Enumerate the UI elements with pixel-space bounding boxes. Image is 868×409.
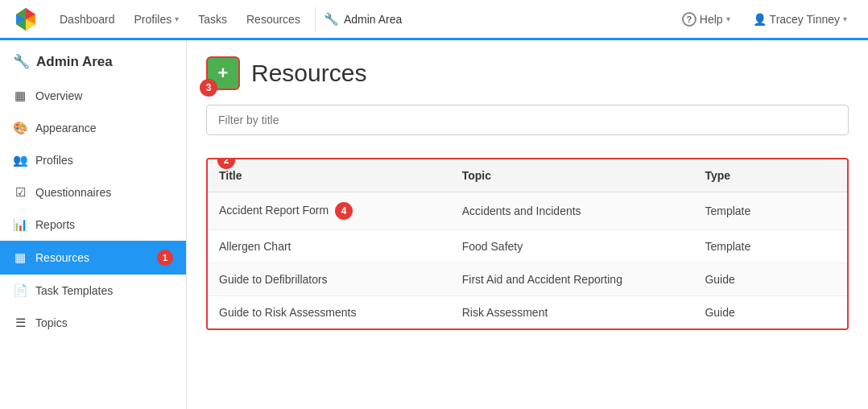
table-row[interactable]: Accident Report Form4Accidents and Incid…	[208, 192, 847, 230]
sidebar-item-appearance[interactable]: 🎨 Appearance	[0, 112, 186, 144]
page-layout: 🔧 Admin Area ▦ Overview 🎨 Appearance 👥 P…	[0, 40, 868, 409]
user-icon: 👤	[753, 13, 767, 26]
col-header-title: Title	[208, 159, 451, 192]
check-icon: ☑	[13, 185, 27, 200]
col-header-topic: Topic	[451, 159, 694, 192]
sidebar-item-topics[interactable]: ☰ Topics	[0, 307, 186, 339]
sidebar-item-profiles[interactable]: 👥 Profiles	[0, 144, 186, 176]
nav-admin-area: 🔧 Admin Area	[315, 7, 410, 31]
user-menu[interactable]: 👤 Tracey Tinney ▾	[745, 8, 855, 31]
help-menu[interactable]: ? Help ▾	[674, 7, 738, 31]
page-title: Resources	[251, 60, 366, 87]
resources-table-wrapper: 2 Title Topic Type Accident Report Form4…	[206, 158, 849, 330]
sidebar-title: 🔧 Admin Area	[0, 40, 186, 80]
cell-topic: Risk Assessment	[451, 296, 694, 329]
add-resource-button[interactable]: + 3	[206, 56, 240, 90]
nav-profiles[interactable]: Profiles ▾	[126, 8, 188, 31]
help-dropdown-arrow: ▾	[726, 14, 730, 23]
cell-title: Guide to Risk Assessments	[208, 296, 451, 329]
grid-icon: ▦	[13, 89, 27, 103]
nav-tasks[interactable]: Tasks	[190, 8, 235, 31]
cell-type: Guide	[693, 263, 847, 296]
wrench-icon: 🔧	[13, 53, 30, 70]
main-content: + 3 Resources 2 Title Topic Type Acciden…	[187, 40, 868, 409]
help-icon: ?	[682, 12, 696, 27]
people-icon: 👥	[13, 153, 27, 167]
cell-title: Guide to Defibrillators	[208, 263, 451, 296]
sidebar-item-resources[interactable]: ▦ Resources 1	[0, 241, 186, 275]
sidebar-item-questionnaires[interactable]: ☑ Questionnaires	[0, 176, 186, 209]
resources-table: Title Topic Type Accident Report Form4Ac…	[208, 159, 847, 328]
page-header: + 3 Resources	[206, 56, 849, 90]
top-nav-right: ? Help ▾ 👤 Tracey Tinney ▾	[674, 7, 855, 31]
cell-title: Allergen Chart	[208, 230, 451, 263]
resources-icon: ▦	[13, 250, 27, 265]
step-badge-3: 3	[200, 79, 217, 97]
row-step-badge: 4	[335, 202, 353, 220]
reports-icon: 📊	[13, 217, 27, 232]
task-icon: 📄	[13, 283, 27, 298]
app-logo[interactable]	[13, 6, 39, 32]
cell-type: Template	[693, 230, 847, 263]
cell-title: Accident Report Form4	[208, 192, 451, 230]
topics-icon: ☰	[13, 316, 27, 330]
table-row[interactable]: Guide to DefibrillatorsFirst Aid and Acc…	[208, 263, 847, 296]
profiles-dropdown-arrow: ▾	[175, 14, 179, 23]
col-header-type: Type	[693, 159, 847, 192]
resources-badge: 1	[157, 250, 173, 266]
table-row[interactable]: Guide to Risk AssessmentsRisk Assessment…	[208, 296, 847, 329]
nav-resources[interactable]: Resources	[238, 8, 308, 31]
cell-topic: Food Safety	[451, 230, 694, 263]
table-header-row: Title Topic Type	[208, 159, 847, 192]
sidebar-item-reports[interactable]: 📊 Reports	[0, 209, 186, 241]
user-dropdown-arrow: ▾	[843, 14, 847, 23]
filter-input[interactable]	[206, 105, 849, 135]
top-navigation: Dashboard Profiles ▾ Tasks Resources 🔧 A…	[0, 0, 868, 40]
sidebar: 🔧 Admin Area ▦ Overview 🎨 Appearance 👥 P…	[0, 40, 187, 409]
filter-wrapper	[206, 105, 849, 148]
sidebar-item-task-templates[interactable]: 📄 Task Templates	[0, 275, 186, 307]
cell-type: Guide	[693, 296, 847, 329]
cell-topic: First Aid and Accident Reporting	[451, 263, 694, 296]
nav-dashboard[interactable]: Dashboard	[52, 8, 123, 31]
sidebar-item-overview[interactable]: ▦ Overview	[0, 80, 186, 112]
cell-type: Template	[693, 192, 847, 230]
cell-topic: Accidents and Incidents	[451, 192, 694, 230]
palette-icon: 🎨	[13, 121, 27, 135]
table-row[interactable]: Allergen ChartFood SafetyTemplate	[208, 230, 847, 263]
